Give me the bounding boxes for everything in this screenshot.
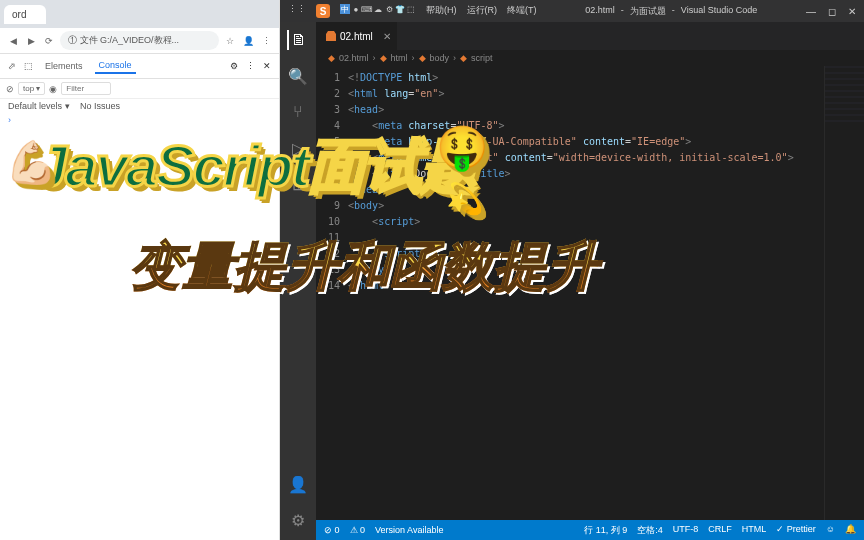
tab-close-icon[interactable]: ✕ bbox=[383, 31, 391, 42]
context-select[interactable]: top ▾ bbox=[18, 82, 45, 95]
menu-run[interactable]: 运行(R) bbox=[467, 4, 498, 18]
menu-help[interactable]: 帮助(H) bbox=[426, 4, 457, 18]
maximize-icon[interactable]: ◻ bbox=[828, 6, 836, 17]
levels-row[interactable]: Default levels ▾ No Issues bbox=[0, 99, 279, 113]
statusbar: ⊘ 0 ⚠ 0 Version Available 行 11, 列 9 空格:4… bbox=[316, 520, 864, 540]
settings-icon[interactable]: ⚙ bbox=[288, 510, 308, 530]
feedback-icon[interactable]: ☺ bbox=[826, 524, 835, 537]
flex-emoji: 💪🏻 bbox=[5, 138, 55, 187]
status-spaces[interactable]: 空格:4 bbox=[637, 524, 663, 537]
menu-terminal[interactable]: 终端(T) bbox=[507, 4, 537, 18]
more-icon[interactable]: ⋮ bbox=[246, 61, 255, 71]
user-icon[interactable]: 👤 bbox=[241, 34, 255, 48]
eye-icon[interactable]: ◉ bbox=[49, 84, 57, 94]
vscode-logo-icon: ⋮⋮ bbox=[288, 4, 306, 18]
breadcrumb[interactable]: ◆ 02.html › ◆html › ◆body › ◆script bbox=[316, 50, 864, 66]
search-icon[interactable]: 🔍 bbox=[288, 66, 308, 86]
window-controls: — ◻ ✕ bbox=[806, 6, 856, 17]
overlay-title-sub: 变量提升和函数提升 bbox=[130, 232, 598, 302]
devtools-tabs: ⬀ ⬚ Elements Console ⚙ ⋮ ✕ bbox=[0, 54, 279, 79]
overlay-title-main: 💪🏻 JavaScript面试题 🤑 💫 bbox=[35, 128, 476, 206]
status-prettier[interactable]: ✓ Prettier bbox=[776, 524, 816, 537]
clear-icon[interactable]: ⊘ bbox=[6, 84, 14, 94]
forward-icon[interactable]: ▶ bbox=[24, 34, 38, 48]
console-controls: ⊘ top ▾ ◉ bbox=[0, 79, 279, 99]
status-warnings[interactable]: ⚠ 0 bbox=[350, 525, 366, 535]
title-text: 02.html-为面试题-Visual Studio Code bbox=[585, 5, 757, 18]
browser-tab[interactable]: ord bbox=[4, 5, 46, 24]
status-position[interactable]: 行 11, 列 9 bbox=[584, 524, 627, 537]
menu-icon[interactable]: ⋮ bbox=[259, 34, 273, 48]
file-icon: ◆ bbox=[328, 53, 335, 63]
ime-icons[interactable]: 中●⌨☁⚙👕⬚ bbox=[340, 4, 416, 18]
minimap[interactable] bbox=[824, 66, 864, 520]
sogou-icon[interactable]: S bbox=[316, 4, 330, 18]
titlebar: ⋮⋮ S 中●⌨☁⚙👕⬚ 帮助(H) 运行(R) 终端(T) 02.html-为… bbox=[280, 0, 864, 22]
address-bar: ◀ ▶ ⟳ ① 文件 G:/A_VIDEO/教程... ☆ 👤 ⋮ bbox=[0, 28, 279, 54]
account-icon[interactable]: 👤 bbox=[288, 474, 308, 494]
status-version[interactable]: Version Available bbox=[375, 525, 443, 535]
tab-console[interactable]: Console bbox=[95, 58, 136, 74]
status-eol[interactable]: CRLF bbox=[708, 524, 732, 537]
dizzy-emoji: 💫 bbox=[446, 181, 481, 216]
bell-icon[interactable]: 🔔 bbox=[845, 524, 856, 537]
back-icon[interactable]: ◀ bbox=[6, 34, 20, 48]
address-input[interactable]: ① 文件 G:/A_VIDEO/教程... bbox=[60, 31, 219, 50]
menu: ⋮⋮ S 中●⌨☁⚙👕⬚ 帮助(H) 运行(R) 终端(T) bbox=[288, 4, 537, 18]
editor-tab[interactable]: 02.html ✕ bbox=[316, 22, 397, 50]
console-prompt[interactable]: › bbox=[0, 113, 279, 127]
gear-icon[interactable]: ⚙ bbox=[230, 61, 238, 71]
close-window-icon[interactable]: ✕ bbox=[848, 6, 856, 17]
source-control-icon[interactable]: ⑂ bbox=[288, 102, 308, 122]
status-encoding[interactable]: UTF-8 bbox=[673, 524, 699, 537]
device-icon[interactable]: ⬚ bbox=[24, 61, 33, 71]
money-emoji: 🤑 bbox=[436, 123, 486, 172]
star-icon[interactable]: ☆ bbox=[223, 34, 237, 48]
filter-input[interactable] bbox=[61, 82, 111, 95]
browser-tabs-bar: ord bbox=[0, 0, 279, 28]
editor-tabs: 02.html ✕ bbox=[316, 22, 864, 50]
inspect-icon[interactable]: ⬀ bbox=[8, 61, 16, 71]
minimize-icon[interactable]: — bbox=[806, 6, 816, 17]
close-icon[interactable]: ✕ bbox=[263, 61, 271, 71]
explorer-icon[interactable]: 🗎 bbox=[287, 30, 307, 50]
status-lang[interactable]: HTML bbox=[742, 524, 767, 537]
reload-icon[interactable]: ⟳ bbox=[42, 34, 56, 48]
tab-elements[interactable]: Elements bbox=[41, 59, 87, 73]
status-errors[interactable]: ⊘ 0 bbox=[324, 525, 340, 535]
